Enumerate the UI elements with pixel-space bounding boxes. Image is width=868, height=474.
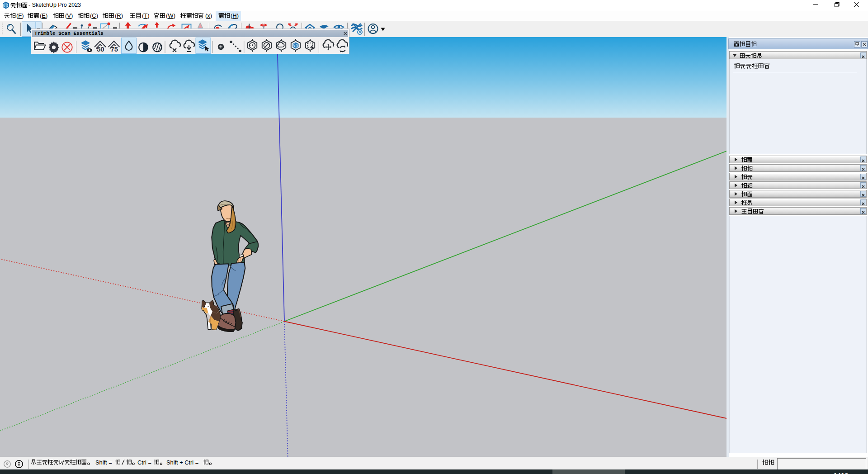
svg-text:(V): (V) xyxy=(65,12,73,19)
svg-text:(T): (T) xyxy=(142,12,150,19)
svg-text:(F): (F) xyxy=(16,12,24,19)
svg-text:Ctrl =: Ctrl = xyxy=(137,459,151,466)
svg-text:(C): (C) xyxy=(90,12,98,19)
svg-text:Shift =: Shift = xyxy=(95,459,112,466)
svg-text:(W): (W) xyxy=(166,12,175,19)
svg-text:(E): (E) xyxy=(40,12,47,19)
svg-text:(R): (R) xyxy=(115,12,123,19)
svg-text:(H): (H) xyxy=(231,12,239,19)
svg-text:50: 50 xyxy=(97,45,104,53)
svg-text:75: 75 xyxy=(111,45,118,53)
svg-text:Shift + Ctrl =: Shift + Ctrl = xyxy=(166,459,198,466)
svg-text:(x): (x) xyxy=(205,12,212,19)
